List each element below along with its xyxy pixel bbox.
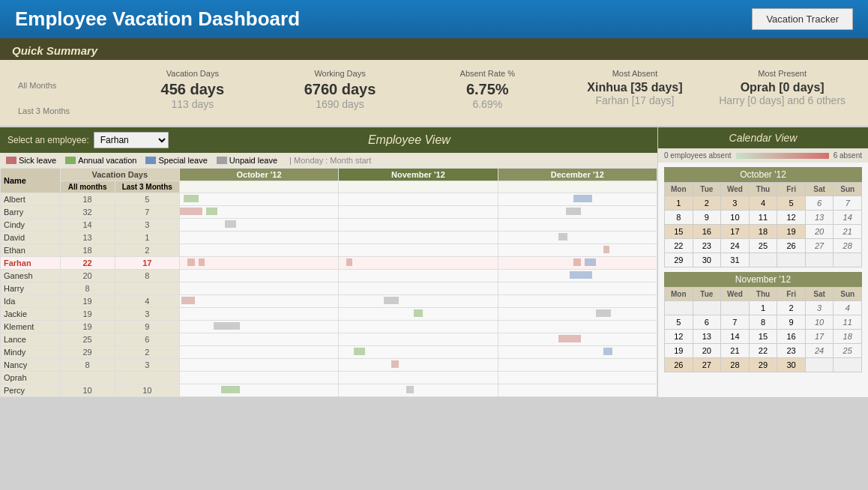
- last3-value: 6: [115, 333, 179, 346]
- vacation-bar: [573, 195, 592, 202]
- november-grid: MonTueWedThuFriSatSun1234567891011121314…: [664, 287, 862, 372]
- most-present-header: Most Present: [714, 69, 850, 78]
- table-row: Harry8: [1, 282, 657, 295]
- cal-day: 2: [693, 196, 722, 211]
- vacation-bar: [570, 271, 592, 279]
- employee-name: Jackie: [1, 308, 61, 321]
- annual-vacation-legend: Annual vacation: [65, 156, 136, 165]
- cal-day: [777, 253, 806, 267]
- cal-day: [665, 301, 693, 315]
- th-all-months: All months: [60, 181, 115, 193]
- cal-day: 11: [834, 315, 862, 330]
- special-leave-label: Special leave: [158, 156, 207, 165]
- vacation-days-col: Vacation Days 456 days 113 days: [118, 66, 266, 120]
- bar-cell: [498, 359, 657, 372]
- cal-day: 15: [750, 330, 778, 344]
- bar-cell: [498, 270, 657, 282]
- cal-day: 25: [750, 239, 778, 253]
- cal-day: 9: [777, 315, 806, 330]
- employee-name: Mindy: [1, 346, 61, 359]
- cal-day: [834, 253, 862, 267]
- bar-cell: [339, 219, 498, 232]
- cal-day: [750, 253, 778, 267]
- all-months-value: [60, 372, 115, 384]
- bar-cell: [498, 295, 657, 308]
- cal-day: 14: [834, 211, 862, 225]
- table-row: Barry327: [1, 206, 657, 219]
- last-3-months-label: Last 3 Months: [18, 105, 112, 117]
- employee-view-header: Select an employee: Farhan Albert Barry …: [0, 127, 657, 153]
- vacation-bar: [214, 322, 240, 330]
- cal-day: 22: [665, 239, 693, 253]
- vacation-bar: [391, 360, 399, 368]
- october-title: October '12: [664, 167, 862, 182]
- cal-day: 12: [665, 330, 693, 344]
- special-leave-legend: Special leave: [145, 156, 207, 165]
- table-row: Lance256: [1, 333, 657, 346]
- employee-name: Farhan: [1, 257, 61, 270]
- sick-leave-color: [6, 157, 16, 164]
- table-row: Oprah: [1, 372, 657, 384]
- all-months-value: 13: [60, 232, 115, 244]
- legend-row: Sick leave Annual vacation Special leave…: [0, 153, 657, 168]
- cal-day: 12: [777, 211, 806, 225]
- cal-day: 13: [806, 211, 834, 225]
- cal-day: 1: [750, 301, 778, 315]
- last3-value: 4: [115, 295, 179, 308]
- left-panel: Select an employee: Farhan Albert Barry …: [0, 127, 658, 397]
- all-months-value: 14: [60, 219, 115, 232]
- select-employee-label: Select an employee:: [7, 135, 89, 145]
- bar-cell: [339, 282, 498, 295]
- table-row: Mindy292: [1, 346, 657, 359]
- bar-cell: [498, 232, 657, 244]
- employee-select[interactable]: Farhan Albert Barry: [94, 132, 169, 148]
- table-row: Jackie193: [1, 308, 657, 321]
- employee-name: Lance: [1, 333, 61, 346]
- cal-header-cell: Mon: [665, 183, 693, 196]
- bar-cell: [179, 206, 338, 219]
- absence-bar-right: 6 absent: [834, 151, 862, 160]
- vacation-bar: [585, 258, 596, 266]
- last3-value: 5: [115, 193, 179, 206]
- sick-leave-label: Sick leave: [19, 156, 56, 165]
- absence-bar: [736, 153, 829, 159]
- bar-cell: [339, 206, 498, 219]
- vacation-days-header: Vacation Days: [124, 69, 260, 78]
- cal-day: [693, 301, 722, 315]
- vacation-bar: [181, 297, 195, 304]
- cal-header-cell: Sat: [806, 183, 834, 196]
- cal-day: 18: [750, 225, 778, 239]
- cal-day: 9: [693, 211, 722, 225]
- calendar-view-header: Calendar View: [658, 127, 868, 148]
- absent-rate-col: Absent Rate % 6.75% 6.69%: [414, 66, 561, 120]
- cal-day: 6: [806, 196, 834, 211]
- bar-cell: [179, 359, 338, 372]
- bar-cell: [339, 244, 498, 257]
- cal-day: 4: [750, 196, 778, 211]
- all-months-value: 18: [60, 244, 115, 257]
- all-months-value: 19: [60, 321, 115, 333]
- bar-cell: [498, 321, 657, 333]
- month-start-label: | Monday : Month start: [289, 156, 371, 165]
- bar-cell: [339, 257, 498, 270]
- cal-day: [806, 253, 834, 267]
- cal-day: 23: [777, 344, 806, 358]
- all-months-value: 32: [60, 206, 115, 219]
- cal-header-cell: Mon: [665, 288, 693, 301]
- cal-day: 17: [806, 330, 834, 344]
- all-months-working: 6760 days: [272, 81, 408, 98]
- cal-header-cell: Wed: [721, 183, 750, 196]
- table-area[interactable]: Name Vacation Days October '12 November …: [0, 168, 657, 397]
- last3-value: 3: [115, 359, 179, 372]
- vacation-bar: [354, 348, 365, 355]
- vacation-bar: [596, 309, 611, 317]
- table-row: Ethan182: [1, 244, 657, 257]
- cal-day: 10: [806, 315, 834, 330]
- bar-cell: [179, 295, 338, 308]
- cal-header-cell: Wed: [721, 288, 750, 301]
- vacation-tracker-button[interactable]: Vacation Tracker: [752, 8, 853, 30]
- bar-cell: [179, 257, 338, 270]
- most-absent-header: Most Absent: [567, 69, 703, 78]
- most-absent-col: Most Absent Xinhua [35 days] Farhan [17 …: [561, 66, 709, 120]
- vacation-bar: [406, 386, 414, 393]
